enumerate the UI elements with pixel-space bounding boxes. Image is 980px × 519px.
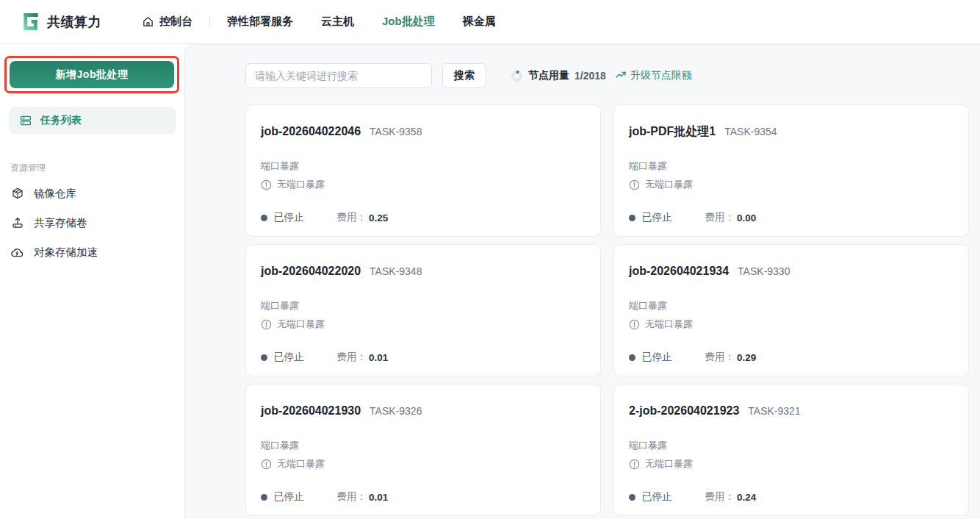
- info-icon: [261, 459, 272, 470]
- sidebar-item-image-repo[interactable]: 镜像仓库: [10, 179, 174, 208]
- fee-label: 费用：: [705, 490, 735, 504]
- brand-logo-icon: [21, 12, 40, 32]
- status-text: 已停止: [274, 490, 304, 504]
- main-nav: 控制台 弹性部署服务 云主机 Job批处理 裸金属: [128, 15, 510, 29]
- info-icon: [629, 179, 640, 190]
- port-exposure-label: 端口暴露: [629, 159, 954, 173]
- main-content: 搜索 节点用量 1/2018 升级节点限额 job-202604022046 T…: [184, 44, 980, 519]
- nav-item-elastic-deploy[interactable]: 弹性部署服务: [213, 15, 307, 29]
- task-id: TASK-9326: [370, 403, 422, 419]
- brand-name: 共绩算力: [47, 13, 101, 31]
- task-list-icon: [19, 114, 32, 127]
- upgrade-node-quota-link[interactable]: 升级节点限额: [615, 69, 692, 82]
- status-dot-icon: [261, 215, 267, 221]
- job-title: 2-job-202604021923: [629, 403, 739, 419]
- node-usage: 节点用量 1/2018: [511, 69, 606, 82]
- task-id: TASK-9321: [748, 403, 800, 419]
- sidebar-item-shared-storage[interactable]: 共享存储卷: [10, 208, 174, 237]
- card-status-row: 已停止 费用： 0.29: [629, 351, 954, 364]
- card-status-row: 已停止 费用： 0.24: [629, 490, 954, 504]
- status-text: 已停止: [642, 351, 672, 364]
- sidebar-item-object-storage-accel[interactable]: 对象存储加速: [10, 237, 174, 267]
- new-job-button[interactable]: 新增Job批处理: [10, 61, 174, 88]
- job-card[interactable]: job-PDF批处理1 TASK-9354 端口暴露 无端口暴露 已停止 费用：…: [613, 104, 969, 237]
- port-exposure-status: 无端口暴露: [261, 457, 586, 471]
- nav-item-console[interactable]: 控制台: [128, 15, 206, 29]
- shared-storage-icon: [10, 216, 24, 229]
- no-port-text: 无端口暴露: [277, 177, 325, 192]
- no-port-text: 无端口暴露: [645, 457, 693, 471]
- port-exposure-status: 无端口暴露: [629, 457, 954, 471]
- nav-label: 裸金属: [463, 15, 496, 29]
- no-port-text: 无端口暴露: [277, 457, 325, 471]
- fee-value: 0.00: [737, 212, 756, 223]
- port-exposure-label: 端口暴露: [261, 298, 586, 313]
- card-status-row: 已停止 费用： 0.00: [629, 211, 954, 224]
- fee-label: 费用：: [705, 351, 735, 364]
- task-id: TASK-9348: [370, 263, 422, 279]
- job-card-header: job-202604022046 TASK-9358: [261, 124, 586, 140]
- sidebar: 新增Job批处理 任务列表 资源管理 镜像仓库: [0, 44, 184, 519]
- nav-label: Job批处理: [382, 15, 435, 29]
- fee-label: 费用：: [337, 490, 367, 504]
- sidebar-item-task-list[interactable]: 任务列表: [9, 107, 176, 134]
- status-text: 已停止: [642, 211, 672, 224]
- nav-label: 云主机: [321, 15, 354, 29]
- annotation-highlight-box: 新增Job批处理: [4, 56, 179, 93]
- status-text: 已停止: [642, 490, 672, 504]
- nav-item-cloud-host[interactable]: 云主机: [307, 15, 368, 29]
- sidebar-item-label: 任务列表: [40, 114, 82, 127]
- sidebar-item-label: 镜像仓库: [34, 187, 76, 201]
- info-icon: [261, 319, 272, 330]
- package-icon: [10, 187, 24, 200]
- fee-label: 费用：: [705, 211, 735, 224]
- no-port-text: 无端口暴露: [277, 317, 325, 332]
- job-card[interactable]: job-202604021934 TASK-9330 端口暴露 无端口暴露 已停…: [613, 244, 969, 376]
- upgrade-link-label: 升级节点限额: [630, 69, 692, 82]
- home-icon: [142, 15, 154, 28]
- sidebar-item-label: 共享存储卷: [34, 216, 87, 230]
- nav-item-job-batch[interactable]: Job批处理: [368, 15, 449, 29]
- brand-logo: 共绩算力: [21, 12, 101, 32]
- search-button[interactable]: 搜索: [442, 63, 486, 88]
- no-port-text: 无端口暴露: [645, 177, 693, 192]
- job-title: job-202604022020: [261, 263, 361, 279]
- cloud-accelerate-icon: [10, 246, 24, 260]
- job-card[interactable]: job-202604022046 TASK-9358 端口暴露 无端口暴露 已停…: [245, 104, 601, 237]
- card-status-row: 已停止 费用： 0.01: [261, 351, 586, 364]
- port-exposure-status: 无端口暴露: [629, 317, 954, 332]
- top-navbar: 共绩算力 控制台 弹性部署服务 云主机 Job批处理 裸金属: [0, 0, 980, 44]
- info-icon: [629, 459, 640, 470]
- job-card-grid: job-202604022046 TASK-9358 端口暴露 无端口暴露 已停…: [245, 104, 969, 516]
- nav-item-bare-metal[interactable]: 裸金属: [449, 15, 510, 29]
- job-card-header: 2-job-202604021923 TASK-9321: [629, 403, 954, 419]
- status-dot-icon: [261, 494, 267, 501]
- status-text: 已停止: [274, 351, 304, 364]
- search-input[interactable]: [245, 63, 432, 88]
- fee-value: 0.24: [737, 492, 756, 503]
- job-card[interactable]: job-202604022020 TASK-9348 端口暴露 无端口暴露 已停…: [245, 244, 601, 376]
- job-title: job-202604022046: [261, 124, 361, 140]
- job-card-header: job-202604021930 TASK-9326: [261, 403, 586, 419]
- job-card-header: job-202604022020 TASK-9348: [261, 263, 586, 279]
- job-card[interactable]: 2-job-202604021923 TASK-9321 端口暴露 无端口暴露 …: [613, 384, 969, 516]
- job-title: job-PDF批处理1: [629, 124, 716, 140]
- port-exposure-label: 端口暴露: [261, 438, 586, 453]
- info-icon: [261, 179, 272, 190]
- status-dot-icon: [629, 354, 635, 361]
- nav-divider: [209, 15, 210, 29]
- toolbar: 搜索 节点用量 1/2018 升级节点限额: [245, 63, 969, 88]
- fee-value: 0.01: [369, 352, 388, 363]
- task-id: TASK-9354: [724, 124, 777, 140]
- job-card-header: job-PDF批处理1 TASK-9354: [629, 124, 954, 140]
- fee-value: 0.01: [369, 492, 388, 503]
- status-dot-icon: [629, 494, 635, 501]
- nav-label: 弹性部署服务: [227, 15, 293, 29]
- fee-label: 费用：: [337, 351, 367, 364]
- port-exposure-status: 无端口暴露: [629, 177, 954, 192]
- port-exposure-label: 端口暴露: [629, 298, 954, 313]
- card-status-row: 已停止 费用： 0.01: [261, 490, 586, 504]
- job-title: job-202604021930: [261, 403, 361, 419]
- job-card[interactable]: job-202604021930 TASK-9326 端口暴露 无端口暴露 已停…: [245, 384, 601, 516]
- port-exposure-status: 无端口暴露: [261, 177, 586, 192]
